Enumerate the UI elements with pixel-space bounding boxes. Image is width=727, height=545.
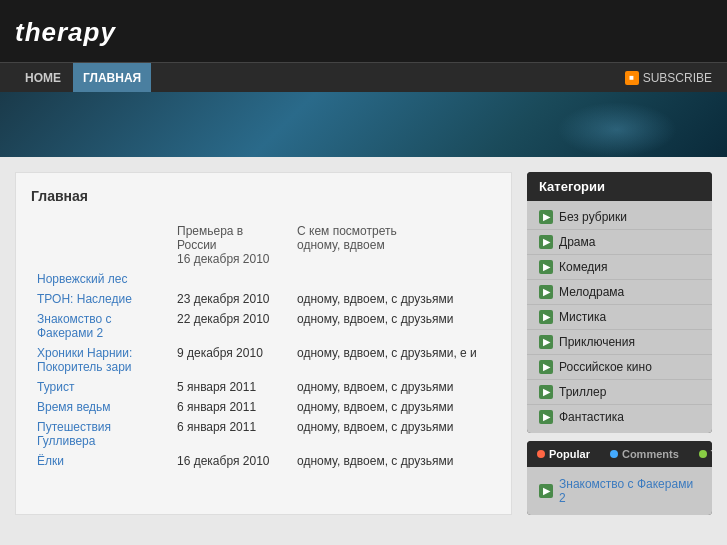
movie-table: Премьера в России16 декабря 2010 С кем п…	[31, 221, 496, 471]
nav-home[interactable]: HOME	[15, 63, 71, 93]
movie-title-cell: Знакомство с Факерами 2	[31, 309, 171, 343]
movie-title-cell: Ёлки	[31, 451, 171, 471]
tab-comments[interactable]: Comments	[600, 441, 689, 467]
movie-title-cell: Путешествия Гулливера	[31, 417, 171, 451]
category-name: Фантастика	[559, 410, 624, 424]
movie-with-cell: одному, вдвоем, с друзьями	[291, 289, 496, 309]
category-item[interactable]: ▶Триллер	[527, 380, 712, 405]
movie-date-cell	[171, 269, 291, 289]
movie-date-cell: 6 января 2011	[171, 397, 291, 417]
category-name: Драма	[559, 235, 595, 249]
movie-title-cell: Время ведьм	[31, 397, 171, 417]
movie-date-cell: 9 декабря 2010	[171, 343, 291, 377]
category-name: Мистика	[559, 310, 606, 324]
category-arrow-icon: ▶	[539, 385, 553, 399]
table-row: Хроники Нарнии:Покоритель зари9 декабря …	[31, 343, 496, 377]
navigation-bar: HOME ГЛАВНАЯ ■ SUBSCRIBE	[0, 62, 727, 92]
category-name: Российское кино	[559, 360, 652, 374]
category-name: Комедия	[559, 260, 608, 274]
movie-date-cell: 16 декабря 2010	[171, 451, 291, 471]
movie-link[interactable]: Турист	[37, 380, 74, 394]
popular-item[interactable]: ▶Знакомство с Факерами 2	[527, 473, 712, 509]
col-with-header: С кем посмотретьодному, вдвоем	[291, 221, 496, 269]
tags-label: Tags	[711, 448, 712, 460]
subscribe-label: SUBSCRIBE	[643, 71, 712, 85]
category-arrow-icon: ▶	[539, 410, 553, 424]
movie-with-cell: одному, вдвоем, с друзьями	[291, 451, 496, 471]
movie-link[interactable]: Путешествия Гулливера	[37, 420, 111, 448]
category-arrow-icon: ▶	[539, 310, 553, 324]
movie-title-cell: Норвежский лес	[31, 269, 171, 289]
category-arrow-icon: ▶	[539, 210, 553, 224]
category-arrow-icon: ▶	[539, 235, 553, 249]
popular-arrow-icon: ▶	[539, 484, 553, 498]
tabs-content: ▶Знакомство с Факерами 2	[527, 467, 712, 515]
movie-with-cell	[291, 269, 496, 289]
movie-title-cell: Турист	[31, 377, 171, 397]
categories-title: Категории	[527, 172, 712, 201]
comments-label: Comments	[622, 448, 679, 460]
table-row: Ёлки16 декабря 2010одному, вдвоем, с дру…	[31, 451, 496, 471]
category-name: Мелодрама	[559, 285, 624, 299]
categories-list: ▶Без рубрики▶Драма▶Комедия▶Мелодрама▶Мис…	[527, 201, 712, 433]
movie-date-cell: 5 января 2011	[171, 377, 291, 397]
category-arrow-icon: ▶	[539, 335, 553, 349]
site-header: therapy	[0, 0, 727, 62]
category-item[interactable]: ▶Российское кино	[527, 355, 712, 380]
category-arrow-icon: ▶	[539, 360, 553, 374]
movie-date-cell: 23 декабря 2010	[171, 289, 291, 309]
category-arrow-icon: ▶	[539, 260, 553, 274]
tab-tags[interactable]: Tags	[689, 441, 712, 467]
main-column: Главная Премьера в России16 декабря 2010…	[15, 172, 512, 515]
rss-icon: ■	[625, 71, 639, 85]
comments-dot-icon	[610, 450, 618, 458]
category-name: Триллер	[559, 385, 606, 399]
category-item[interactable]: ▶Драма	[527, 230, 712, 255]
sidebar: Категории ▶Без рубрики▶Драма▶Комедия▶Мел…	[527, 172, 712, 515]
table-row: ТРОН: Наследие23 декабря 2010одному, вдв…	[31, 289, 496, 309]
popular-item-label: Знакомство с Факерами 2	[559, 477, 700, 505]
col-title-header	[31, 221, 171, 269]
movie-link[interactable]: Время ведьм	[37, 400, 111, 414]
movie-link[interactable]: Ёлки	[37, 454, 64, 468]
table-row: Знакомство с Факерами 222 декабря 2010од…	[31, 309, 496, 343]
tab-popular[interactable]: Popular	[527, 441, 600, 467]
movie-link[interactable]: Норвежский лес	[37, 272, 128, 286]
table-row: Путешествия Гулливера6 января 2011одному…	[31, 417, 496, 451]
table-row: Норвежский лес	[31, 269, 496, 289]
popular-dot-icon	[537, 450, 545, 458]
page-title: Главная	[31, 188, 496, 209]
movie-with-cell: одному, вдвоем, с друзьями	[291, 417, 496, 451]
hero-banner	[0, 92, 727, 157]
tabs-header: Popular Comments Tags	[527, 441, 712, 467]
content-wrapper: Главная Премьера в России16 декабря 2010…	[0, 157, 727, 530]
category-arrow-icon: ▶	[539, 285, 553, 299]
tags-dot-icon	[699, 450, 707, 458]
movie-title-cell: ТРОН: Наследие	[31, 289, 171, 309]
subscribe-link[interactable]: ■ SUBSCRIBE	[625, 71, 712, 85]
category-item[interactable]: ▶Без рубрики	[527, 205, 712, 230]
category-item[interactable]: ▶Фантастика	[527, 405, 712, 429]
category-name: Приключения	[559, 335, 635, 349]
category-name: Без рубрики	[559, 210, 627, 224]
category-item[interactable]: ▶Комедия	[527, 255, 712, 280]
movie-with-cell: одному, вдвоем, с друзьями, е и	[291, 343, 496, 377]
col-date-header: Премьера в России16 декабря 2010	[171, 221, 291, 269]
movie-link[interactable]: ТРОН: Наследие	[37, 292, 132, 306]
category-item[interactable]: ▶Мистика	[527, 305, 712, 330]
movie-link[interactable]: Знакомство с Факерами 2	[37, 312, 112, 340]
nav-main[interactable]: ГЛАВНАЯ	[73, 63, 151, 93]
movie-link[interactable]: Хроники Нарнии:Покоритель зари	[37, 346, 132, 374]
movie-with-cell: одному, вдвоем, с друзьями	[291, 397, 496, 417]
movie-date-cell: 6 января 2011	[171, 417, 291, 451]
table-row: Турист5 января 2011одному, вдвоем, с дру…	[31, 377, 496, 397]
category-item[interactable]: ▶Мелодрама	[527, 280, 712, 305]
movie-date-cell: 22 декабря 2010	[171, 309, 291, 343]
categories-box: Категории ▶Без рубрики▶Драма▶Комедия▶Мел…	[527, 172, 712, 433]
category-item[interactable]: ▶Приключения	[527, 330, 712, 355]
movie-title-cell: Хроники Нарнии:Покоритель зари	[31, 343, 171, 377]
movie-with-cell: одному, вдвоем, с друзьями	[291, 309, 496, 343]
nav-links: HOME ГЛАВНАЯ	[15, 63, 151, 93]
site-logo[interactable]: therapy	[15, 17, 116, 48]
tabs-box: Popular Comments Tags ▶Знакомство с Факе…	[527, 441, 712, 515]
